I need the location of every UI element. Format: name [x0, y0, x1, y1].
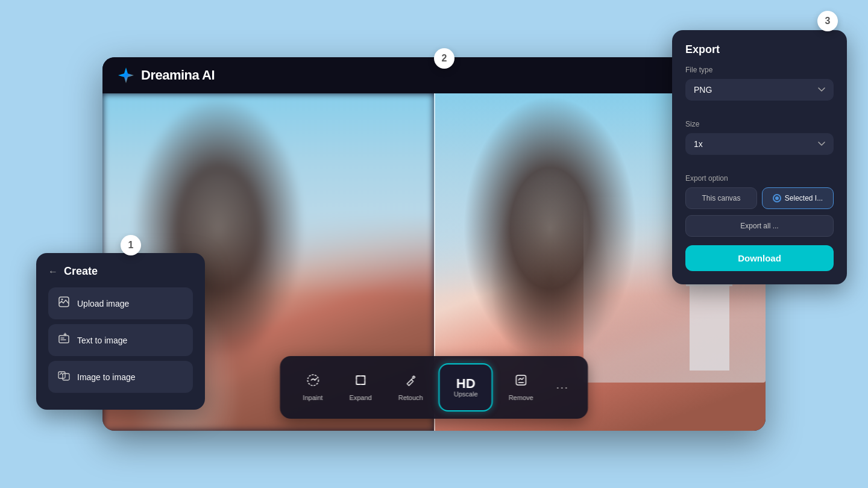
upload-image-label: Upload image — [77, 299, 129, 308]
logo-icon — [117, 66, 135, 84]
text-to-image-button[interactable]: Text to image — [48, 324, 193, 356]
sky-clouds-left — [102, 93, 434, 245]
badge-3: 3 — [817, 11, 838, 31]
image-to-image-icon — [58, 369, 70, 384]
image-to-image-label: Image to image — [77, 372, 136, 382]
upload-image-icon — [58, 296, 70, 311]
bottom-toolbar: Inpaint Expand — [280, 356, 588, 419]
selected-button[interactable]: Selected I... — [762, 187, 834, 209]
this-canvas-button[interactable]: This canvas — [685, 187, 757, 209]
file-type-label: File type — [685, 66, 834, 74]
svg-rect-10 — [63, 374, 69, 380]
remove-button[interactable]: Remove — [498, 368, 544, 407]
expand-button[interactable]: Expand — [338, 368, 382, 407]
more-options-button[interactable]: ··· — [549, 375, 576, 400]
file-type-select[interactable]: PNG JPG WebP SVG — [685, 79, 834, 101]
retouch-label: Retouch — [398, 394, 423, 401]
hd-upscale-button[interactable]: HD Upscale — [439, 363, 493, 411]
this-canvas-label: This canvas — [702, 194, 740, 202]
size-select[interactable]: 1x 2x 4x — [685, 133, 834, 155]
svg-rect-9 — [58, 372, 65, 378]
hd-text: HD — [456, 377, 476, 390]
export-all-label: Export all ... — [740, 222, 778, 230]
export-panel: Export File type PNG JPG WebP SVG Size 1… — [672, 30, 847, 284]
download-button[interactable]: Download — [685, 245, 834, 271]
badge-1: 1 — [121, 235, 141, 255]
inpaint-label: Inpaint — [303, 394, 322, 401]
download-label: Download — [738, 253, 781, 263]
svg-rect-8 — [59, 336, 69, 343]
selected-label: Selected I... — [785, 194, 823, 202]
svg-rect-4 — [516, 375, 526, 385]
image-to-image-button[interactable]: Image to image — [48, 361, 193, 393]
remove-label: Remove — [509, 394, 533, 401]
badge-2: 2 — [434, 48, 454, 69]
upload-image-button[interactable]: Upload image — [48, 287, 193, 319]
svg-line-3 — [411, 378, 412, 380]
selected-radio — [773, 194, 781, 202]
inpaint-icon — [306, 374, 319, 390]
create-header: ← Create — [48, 265, 193, 278]
top-bar: Dreamina AI — [102, 57, 766, 93]
expand-icon — [354, 374, 367, 390]
text-to-image-icon — [58, 333, 70, 348]
create-panel: ← Create Upload image Text to image — [36, 253, 205, 410]
text-to-image-label: Text to image — [77, 336, 127, 345]
app-title: Dreamina AI — [141, 67, 215, 83]
inpaint-button[interactable]: Inpaint — [292, 368, 333, 407]
upscale-text: Upscale — [454, 390, 478, 398]
create-title: Create — [64, 265, 98, 278]
svg-line-1 — [315, 378, 316, 380]
export-all-button[interactable]: Export all ... — [685, 215, 834, 237]
expand-label: Expand — [349, 394, 371, 401]
export-option-label: Export option — [685, 174, 834, 183]
remove-icon — [514, 374, 527, 390]
svg-point-0 — [307, 375, 318, 386]
size-label: Size — [685, 120, 834, 128]
svg-rect-2 — [356, 376, 365, 384]
export-title: Export — [685, 43, 834, 56]
svg-point-7 — [61, 299, 63, 301]
back-icon[interactable]: ← — [48, 266, 58, 277]
retouch-button[interactable]: Retouch — [388, 368, 434, 407]
export-option-row: This canvas Selected I... — [685, 187, 834, 209]
logo-area: Dreamina AI — [117, 66, 215, 84]
retouch-icon — [404, 374, 417, 390]
